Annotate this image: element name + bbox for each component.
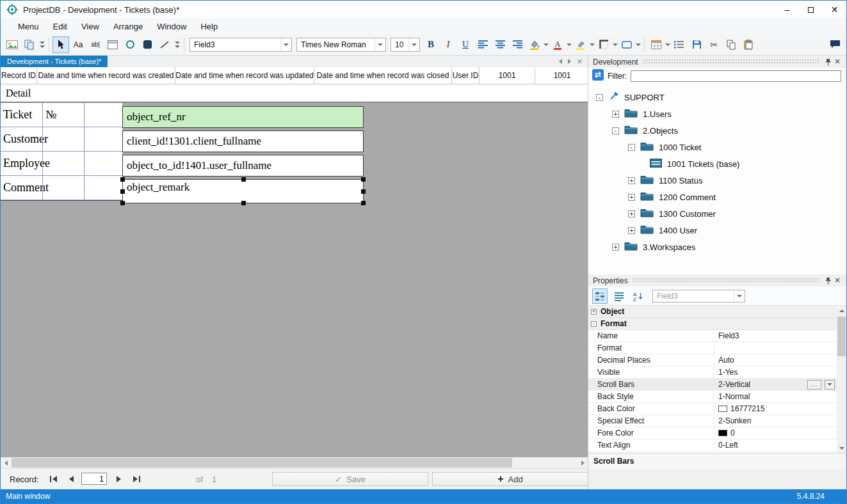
shape-button[interactable]: [618, 36, 641, 53]
close-button[interactable]: ✕: [823, 1, 846, 19]
property-row-decimal-places[interactable]: Decimal Places Auto: [588, 354, 837, 366]
grid-row[interactable]: Employee: [1, 152, 122, 176]
tree-item-label[interactable]: 1000 Ticket: [659, 143, 702, 152]
selection-handle[interactable]: [361, 201, 366, 205]
design-horizontal-scrollbar[interactable]: [1, 457, 588, 468]
group-expander[interactable]: +: [591, 309, 597, 315]
pin-icon[interactable]: [824, 58, 833, 66]
tree-item-label[interactable]: 1400 User: [659, 226, 697, 235]
tree-expander[interactable]: +: [628, 227, 635, 234]
selection-handle[interactable]: [120, 189, 125, 194]
scrollbar-thumb[interactable]: [12, 458, 512, 468]
maximize-button[interactable]: [799, 1, 823, 19]
copy-button[interactable]: [723, 36, 739, 53]
align-center-button[interactable]: [492, 36, 508, 53]
tab-scroll-left-icon[interactable]: [559, 59, 562, 64]
label-comment[interactable]: Comment: [1, 181, 42, 194]
header-cell-created[interactable]: Date and time when record was created: [37, 67, 175, 84]
header-cell-user-id[interactable]: User ID: [452, 67, 480, 84]
menu-item-arrange[interactable]: Arrange: [106, 20, 150, 33]
label-employee[interactable]: Employee: [1, 157, 42, 170]
property-row-scroll-bars[interactable]: Scroll Bars 2-Vertical ...: [588, 379, 837, 391]
tree-expander[interactable]: -: [596, 94, 603, 101]
grid-row[interactable]: Customer: [1, 127, 122, 152]
chevron-down-icon[interactable]: [825, 380, 835, 390]
scroll-down-icon[interactable]: [837, 443, 846, 453]
selection-handle[interactable]: [120, 201, 125, 205]
panel-grip[interactable]: [633, 278, 819, 283]
field-object-remark[interactable]: object_remark: [122, 179, 364, 203]
pin-icon[interactable]: [824, 277, 833, 285]
font-family-combo[interactable]: Times New Roman: [296, 38, 386, 52]
record-prev-button[interactable]: [63, 472, 79, 486]
chevron-down-icon[interactable]: [566, 36, 572, 53]
tree-item-workspaces[interactable]: + 3.Workspaces: [588, 239, 846, 255]
header-cell-closed[interactable]: Date and time when record was closed: [314, 67, 452, 84]
tree-item-1300-customer[interactable]: + 1300 Customer: [588, 205, 846, 222]
frame-tool-button[interactable]: [104, 36, 121, 53]
tree-item-label[interactable]: 1.Users: [643, 109, 672, 119]
chevron-down-icon[interactable]: [612, 36, 618, 53]
property-group-format[interactable]: - Format: [588, 318, 837, 330]
label-customer[interactable]: Customer: [1, 132, 42, 146]
properties-object-combo[interactable]: Field3: [652, 290, 745, 303]
scrollbar-track[interactable]: [11, 457, 577, 468]
header-cell-1001-a[interactable]: 1001: [480, 67, 535, 84]
tree-expander[interactable]: -: [612, 127, 619, 134]
chevron-down-icon[interactable]: [280, 38, 291, 51]
tree-item-support[interactable]: - SUPPORT: [588, 89, 846, 106]
tree-item-1200-comment[interactable]: + 1200 Comment: [588, 189, 846, 205]
sort-az-button[interactable]: AZ: [631, 288, 646, 304]
menu-item-menu[interactable]: Menu: [11, 20, 46, 33]
close-icon[interactable]: ✕: [833, 58, 842, 66]
filter-input[interactable]: [631, 70, 841, 82]
tree-item-1001-tickets-base[interactable]: 1001 Tickets (base): [588, 155, 846, 172]
menu-item-help[interactable]: Help: [193, 20, 225, 33]
tree-expander[interactable]: +: [628, 177, 635, 184]
paste-button[interactable]: [740, 36, 757, 53]
tree-item-1100-status[interactable]: + 1100 Status: [588, 172, 846, 189]
grid-row[interactable]: Comment: [1, 176, 122, 200]
chevron-down-icon[interactable]: [589, 36, 595, 53]
panel-grip[interactable]: [643, 59, 819, 65]
save-button[interactable]: [688, 36, 705, 53]
tab-development-tickets[interactable]: Development - Tickets (base)*: [1, 56, 108, 67]
cut-button[interactable]: ✂: [706, 36, 722, 53]
selection-handle[interactable]: [361, 189, 366, 194]
properties-vertical-scrollbar[interactable]: [837, 306, 846, 453]
tree-expander[interactable]: +: [628, 210, 635, 217]
tree-item-objects[interactable]: - 2.Objects: [588, 122, 846, 139]
tree-item-label[interactable]: 1300 Customer: [659, 209, 716, 219]
italic-button[interactable]: I: [440, 36, 456, 53]
header-cell-updated[interactable]: Date and time when record was updated: [175, 67, 314, 84]
fill-color-button[interactable]: [526, 36, 549, 53]
menu-item-view[interactable]: View: [74, 20, 106, 33]
toolbar-overflow-icon[interactable]: [38, 36, 45, 53]
save-record-button[interactable]: ✓ Save: [272, 472, 428, 486]
header-cell-1001-b[interactable]: 1001: [535, 67, 589, 84]
group-expander[interactable]: -: [591, 321, 597, 327]
tree-item-1000-ticket[interactable]: - 1000 Ticket: [588, 139, 846, 155]
chevron-down-icon[interactable]: [635, 36, 641, 53]
align-right-button[interactable]: [509, 36, 526, 53]
highlight-color-button[interactable]: [572, 36, 595, 53]
chevron-down-icon[interactable]: [734, 290, 745, 302]
selection-handle[interactable]: [361, 177, 366, 182]
selection-handle[interactable]: [241, 201, 246, 205]
property-row-back-color[interactable]: Back Color 16777215: [588, 403, 837, 415]
line-tool-button[interactable]: [156, 36, 173, 53]
property-row-name[interactable]: Name Field3: [588, 330, 837, 342]
property-row-special-effect[interactable]: Special Effect 2-Sunken: [588, 415, 837, 427]
tree-item-label[interactable]: 3.Workspaces: [643, 242, 695, 252]
tree-expander[interactable]: +: [612, 244, 619, 251]
underline-button[interactable]: U: [457, 36, 474, 53]
record-last-button[interactable]: [129, 472, 144, 486]
outline-button[interactable]: [671, 36, 688, 53]
scroll-up-icon[interactable]: [837, 306, 846, 315]
grid-row[interactable]: Ticket №: [1, 103, 122, 127]
tab-close-icon[interactable]: ✕: [577, 58, 583, 66]
tree-item-label[interactable]: 1200 Comment: [659, 193, 716, 202]
label-ticket[interactable]: Ticket: [1, 108, 42, 122]
property-row-format[interactable]: Format: [588, 342, 837, 354]
font-color-button[interactable]: A: [549, 36, 572, 53]
